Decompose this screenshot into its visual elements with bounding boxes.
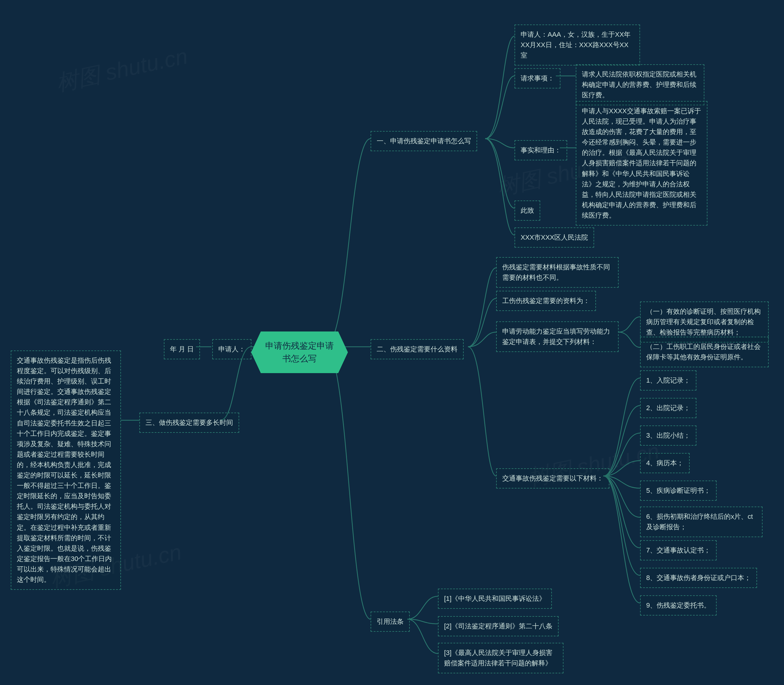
- b2-t1: 1、入院记录；: [640, 370, 696, 391]
- b1-facts-text: 申请人与XXXX交通事故索赔一案已诉于人民法院，现已受理。申请人为治疗事故造成的…: [576, 101, 708, 226]
- b2-t6: 6、损伤初期和治疗终结后的x片、ct及诊断报告；: [640, 506, 763, 537]
- date-node[interactable]: 年 月 日: [164, 339, 200, 359]
- branch-1-title[interactable]: 一、申请伤残鉴定申请书怎么写: [371, 131, 477, 151]
- b2-t9: 9、伤残鉴定委托书。: [640, 595, 717, 615]
- cite-2: [2]《司法鉴定程序通则》第二十八条: [438, 616, 559, 636]
- branch-3-title[interactable]: 三、做伤残鉴定需要多长时间: [139, 412, 239, 433]
- b2-intro: 伤残鉴定需要材料根据事故性质不同需要的材料也不同。: [496, 257, 619, 288]
- branch-3-detail: 交通事故伤残鉴定是指伤后伤残程度鉴定。可以对伤残级别、后续治疗费用、护理级别、误…: [11, 351, 121, 590]
- b2-t2: 2、出院记录；: [640, 398, 696, 418]
- b1-request-text: 请求人民法院依职权指定医院或相关机构确定申请人的营养费、护理费和后续医疗费。: [576, 64, 704, 105]
- b1-applicant: 申请人：AAA，女，汉族，生于XX年XX月XX日，住址：XXX路XXX号XX室: [514, 24, 640, 65]
- b2-labor-item2: （二）工伤职工的居民身份证或者社会保障卡等其他有效身份证明原件。: [640, 337, 769, 367]
- b2-t8: 8、交通事故伤者身份证或户口本；: [640, 568, 757, 588]
- cite-1: [1]《中华人民共和国民事诉讼法》: [438, 589, 552, 609]
- branch-4-title[interactable]: 引用法条: [371, 612, 410, 632]
- b2-labor-cap: 申请劳动能力鉴定应当填写劳动能力鉴定申请表，并提交下列材料：: [496, 321, 619, 352]
- watermark: 树图 shutu.cn: [54, 42, 190, 98]
- b2-t3: 3、出院小结；: [640, 425, 696, 446]
- branch-2-title[interactable]: 二、伤残鉴定需要什么资料: [371, 339, 464, 359]
- b1-closing: 此致: [514, 200, 540, 221]
- b1-facts-label: 事实和理由：: [514, 140, 567, 161]
- b2-work-injury-label: 工伤伤残鉴定需要的资料为：: [496, 291, 596, 311]
- cite-3: [3]《最高人民法院关于审理人身损害赔偿案件适用法律若干问题的解释》: [438, 643, 563, 674]
- b2-traffic-label: 交通事故伤残鉴定需要以下材料：: [496, 468, 610, 489]
- root-node[interactable]: 申请伤残鉴定申请书怎么写: [251, 331, 348, 373]
- b1-request-label: 请求事项：: [514, 68, 560, 88]
- b1-court: XXX市XXX区人民法院: [514, 227, 594, 248]
- b2-t4: 4、病历本；: [640, 453, 690, 473]
- b2-t5: 5、疾病诊断证明书；: [640, 480, 717, 501]
- applicant-label-node[interactable]: 申请人：: [212, 339, 251, 359]
- b2-t7: 7、交通事故认定书；: [640, 540, 717, 560]
